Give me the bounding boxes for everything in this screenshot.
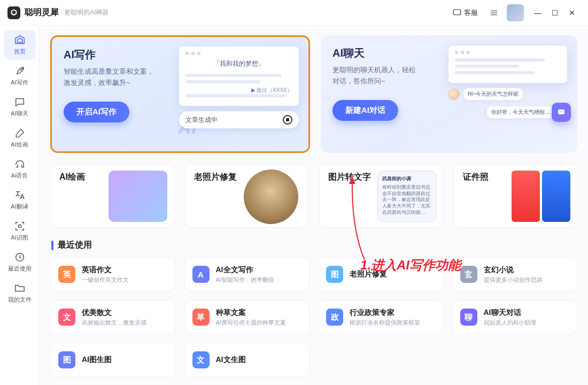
recent-item[interactable]: 图老照片修复 xyxy=(318,257,444,291)
preview-status: 文章生成中 xyxy=(179,111,299,128)
hamburger-button[interactable] xyxy=(486,5,501,20)
tile-thumbnail xyxy=(512,171,570,222)
close-button[interactable]: ✕ xyxy=(563,4,581,21)
recent-item[interactable]: 图AI图生图 xyxy=(50,343,176,377)
support-button[interactable]: 客服 xyxy=(449,6,481,20)
recent-item-desc: 高效输出散文，激发灵感 xyxy=(82,319,146,327)
sidebar-label: 首页 xyxy=(14,48,26,56)
hero-chat-card[interactable]: AI聊天 更聪明的聊天机器人，轻松对话，答你所问~ 新建AI对话 Hi~今天的天… xyxy=(321,35,577,153)
recent-heading: 最近使用 xyxy=(51,240,577,251)
app-logo xyxy=(7,6,20,19)
sidebar-label: AI识图 xyxy=(11,234,28,242)
sidebar-item-home[interactable]: 首页 xyxy=(4,30,36,60)
feature-tile[interactable]: AI绘画 xyxy=(50,164,174,228)
spinner-icon xyxy=(283,115,292,125)
feature-tile[interactable]: 证件照 xyxy=(454,164,578,228)
recent-item-title: AI图生图 xyxy=(82,355,112,365)
tile-thumbnail: 武昌街的小调有时候到重庆逛旧书总会不自觉地翻武昌街过去一阵，最近发现此处人多大大… xyxy=(377,171,436,222)
sidebar-item-recent[interactable]: 最近使用 xyxy=(4,247,36,277)
chat-bubble: 你好呀，今天天气晴朗… xyxy=(486,106,555,119)
sidebar-item-chat[interactable]: AI聊天 xyxy=(4,92,36,122)
recent-item-icon: 政 xyxy=(326,309,343,326)
recent-item-icon: 英 xyxy=(58,266,75,283)
recent-item-title: AI聊天对话 xyxy=(484,308,536,318)
svg-point-5 xyxy=(562,111,563,112)
recent-item-desc: AI撰写任何主题的种草文案 xyxy=(216,319,286,327)
sidebar-item-scan[interactable]: AI识图 xyxy=(4,216,36,246)
sidebar-item-files[interactable]: 我的文件 xyxy=(4,278,36,308)
recent-item-title: 英语作文 xyxy=(82,265,129,275)
recent-item-desc: 提供更多小说创作思路 xyxy=(484,276,543,284)
svg-point-1 xyxy=(18,225,21,228)
recent-item-desc: AI智能写作，效率翻倍 xyxy=(216,276,274,284)
chat-icon xyxy=(14,96,26,108)
bot-avatar xyxy=(448,88,460,100)
tile-thumbnail xyxy=(244,170,298,224)
recent-item-icon: 图 xyxy=(326,266,343,283)
recent-item[interactable]: 文优美散文高效输出散文，激发灵感 xyxy=(50,300,176,334)
preview-note: ▶批注（XXXX） xyxy=(185,87,292,94)
recent-item-icon: 聊 xyxy=(460,309,477,326)
brush-icon xyxy=(14,127,26,139)
svg-point-4 xyxy=(560,111,561,112)
recent-item[interactable]: 政行业政策专家根据行业名称提供政策框架 xyxy=(318,300,444,334)
recent-item[interactable]: 英英语作文一键创作英文作文 xyxy=(50,257,176,291)
recent-item-desc: 一键创作英文作文 xyxy=(82,276,129,284)
support-label: 客服 xyxy=(464,8,478,18)
recent-item[interactable]: 玄玄幻小说提供更多小说创作思路 xyxy=(452,257,578,291)
recent-item-desc: 根据行业名称提供政策框架 xyxy=(350,319,420,327)
recent-item[interactable]: 草种草文案AI撰写任何主题的种草文案 xyxy=(184,300,310,334)
sidebar: 首页 AI写作 AI聊天 AI绘画 Ai语音 AI翻译 AI识图 最近使用 xyxy=(0,26,40,385)
sidebar-item-voice[interactable]: Ai语音 xyxy=(4,154,36,184)
svg-rect-3 xyxy=(558,110,564,114)
recent-item-icon: 玄 xyxy=(460,266,477,283)
menu-icon xyxy=(489,8,499,18)
feature-tile[interactable]: 老照片修复 xyxy=(185,164,309,228)
chat-fab-icon xyxy=(552,103,571,122)
start-write-button[interactable]: 开启AI写作 xyxy=(64,102,129,122)
preview-title: 「我和我的梦想」 xyxy=(185,59,292,68)
new-chat-button[interactable]: 新建AI对话 xyxy=(332,100,398,121)
recent-item-title: 老照片修复 xyxy=(350,270,387,279)
headset-icon xyxy=(14,158,26,170)
recent-item-icon: 图 xyxy=(58,351,75,368)
recent-item[interactable]: 文AI文生图 xyxy=(184,343,310,377)
chat-preview: Hi~今天的天气怎样呢 你好呀，今天天气晴朗… xyxy=(448,45,568,119)
home-icon xyxy=(14,34,26,46)
write-preview: 「我和我的梦想」 ▶批注（XXXX） 文章生成中 xyxy=(179,47,299,128)
recent-item-title: 优美散文 xyxy=(82,308,146,318)
sidebar-label: AI绘画 xyxy=(11,141,28,149)
chat-icon xyxy=(452,8,462,18)
hero-write-desc: 智能生成高质量文章和文案，激发灵感，效率飙升~ xyxy=(64,66,181,89)
chat-bubble: Hi~今天的天气怎样呢 xyxy=(463,88,523,101)
recent-item-icon: 文 xyxy=(192,351,210,368)
main-content: AI写作 智能生成高质量文章和文案，激发灵感，效率飙升~ 开启AI写作 AI 「… xyxy=(40,26,588,385)
feather-icon xyxy=(14,65,26,77)
titlebar: 聪明灵犀 更聪明的AI神器 客服 — ☐ ✕ xyxy=(0,0,588,26)
sidebar-item-paint[interactable]: AI绘画 xyxy=(4,123,36,153)
minimize-button[interactable]: — xyxy=(529,4,546,21)
sidebar-label: Ai语音 xyxy=(11,172,28,180)
sidebar-label: 最近使用 xyxy=(8,265,32,273)
maximize-button[interactable]: ☐ xyxy=(546,4,563,21)
recent-item-icon: 文 xyxy=(58,309,75,326)
app-name: 聪明灵犀 xyxy=(25,7,59,18)
recent-item-title: 玄幻小说 xyxy=(484,265,543,275)
hero-chat-desc: 更聪明的聊天机器人，轻松对话，答你所问~ xyxy=(332,65,450,87)
recent-item-icon: 草 xyxy=(192,309,210,326)
sidebar-label: AI聊天 xyxy=(11,110,28,118)
app-tagline: 更聪明的AI神器 xyxy=(64,8,109,17)
sidebar-item-write[interactable]: AI写作 xyxy=(4,61,36,91)
user-avatar[interactable] xyxy=(507,4,524,21)
sidebar-label: AI写作 xyxy=(11,79,28,87)
sidebar-label: 我的文件 xyxy=(8,296,32,304)
translate-icon xyxy=(14,189,26,201)
tile-thumbnail xyxy=(109,171,167,222)
sidebar-label: AI翻译 xyxy=(11,203,28,211)
feature-tile[interactable]: 图片转文字武昌街的小调有时候到重庆逛旧书总会不自觉地翻武昌街过去一阵，最近发现此… xyxy=(319,164,443,228)
sidebar-item-translate[interactable]: AI翻译 xyxy=(4,185,36,215)
recent-item[interactable]: 聊AI聊天对话宛如真人的AI小助理 xyxy=(452,300,578,334)
hero-write-card[interactable]: AI写作 智能生成高质量文章和文案，激发灵感，效率飙升~ 开启AI写作 AI 「… xyxy=(50,35,310,153)
recent-item[interactable]: AAI全文写作AI智能写作，效率翻倍 xyxy=(184,257,310,291)
recent-item-title: AI文生图 xyxy=(216,355,246,365)
